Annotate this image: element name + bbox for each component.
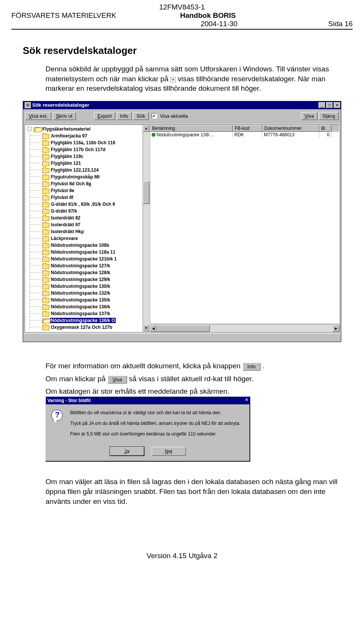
folder-icon [42, 188, 49, 193]
inline-info-button[interactable]: Info [243, 363, 261, 371]
hscroll-thumb[interactable] [157, 325, 210, 332]
tree-item[interactable]: Flytväst 8d Och 8g [26, 180, 143, 187]
folder-icon [42, 202, 49, 207]
folder-icon [42, 222, 49, 227]
status-bar [23, 333, 341, 342]
minimize-icon[interactable]: _ [318, 102, 325, 108]
tree-item[interactable]: Flyghjälm 117b Och 117d [26, 146, 143, 153]
info-paragraph: För mer information om aktuellt dokument… [46, 361, 341, 371]
tree-item[interactable]: Nödutrustningspacke 129/k [26, 276, 143, 283]
grid-horizontal-scrollbar[interactable]: ◀ ▶ [150, 325, 339, 332]
tree-item[interactable]: Nödutrustningspacke 130/k [26, 283, 143, 290]
skriv-ut-button[interactable]: Skriv ut [53, 112, 76, 120]
folder-icon [42, 229, 49, 234]
tree-item[interactable]: Nödutrustningspacke 138/k O [26, 317, 143, 324]
dialog-p2: Tryck på JA om du ändå vill hämta bildfi… [70, 420, 240, 426]
folder-icon [42, 215, 49, 220]
collapse-icon[interactable]: - [27, 127, 31, 131]
tree-item[interactable]: Nödutrustningspacke 137/k [26, 310, 143, 317]
tree-item[interactable]: Flyghjälm 116a, 116b Och 116 [26, 139, 143, 146]
scroll-thumb[interactable] [143, 181, 149, 204]
info-button[interactable]: Info [117, 112, 132, 120]
tree-vertical-scrollbar[interactable]: ▲ ▼ [143, 125, 149, 331]
folder-icon [42, 174, 49, 179]
no-button[interactable]: Nej [152, 447, 186, 456]
folder-icon [42, 249, 49, 254]
tree-item[interactable]: Nödutrustningspacke 128/k [26, 269, 143, 276]
sok-button[interactable]: Sök [133, 112, 148, 120]
tree-item[interactable]: Oxygenmask 127a Och 127b [26, 324, 143, 331]
tree-item-label: Nödutrustningspacke 127/k [50, 263, 111, 268]
tree-item-label: Nödutrustningspacke 128/k [50, 270, 111, 275]
close-icon[interactable]: × [334, 102, 340, 108]
column-header[interactable]: Bl [319, 125, 331, 132]
scroll-up-icon[interactable]: ▲ [143, 125, 149, 132]
tree-item-label: Nödutrustningspacke 130/k [50, 284, 111, 289]
tree-parent[interactable]: -Flygsäkerhetsmateriel [26, 126, 143, 133]
tree-item-label: Nödutrustningspacke 132/k [50, 290, 111, 296]
grid-row[interactable]: Nödutrustningspacke 138/…RDKM7776-466013… [150, 132, 339, 138]
tree-item-label: Flyghjälm 121 [50, 161, 82, 166]
maximize-icon[interactable]: □ [326, 102, 333, 108]
status-dot-icon [152, 133, 155, 137]
dialog-title-bar[interactable]: Varning - Stor bildfil × [46, 397, 249, 404]
tree-item[interactable]: Läckprovare [26, 235, 143, 242]
tree-item-label: Nödutrustningspacke 129/k [50, 277, 111, 282]
scroll-right-icon[interactable]: ▶ [333, 325, 339, 332]
hscroll-track[interactable] [157, 325, 333, 332]
tree-pane: -FlygsäkerhetsmaterielArmfixerjacka 97Fl… [25, 125, 150, 332]
tree-item[interactable]: Nödutrustningspacke 136/k [26, 303, 143, 310]
tree-item-label: Armfixerjacka 97 [50, 133, 88, 139]
grid-header: BenämningFB-kodDokumentnummerBl [150, 125, 339, 132]
folder-icon [42, 297, 49, 302]
tree-item[interactable]: Flytväst 8e [26, 187, 143, 194]
p2-after: . [263, 362, 265, 370]
title-bar[interactable]: ⊞ Sök reservdelskataloger _ □ × [23, 101, 341, 109]
tree-item-label: Flytväst 8f [50, 195, 74, 200]
tree-item[interactable]: Isolerdräkt 82 [26, 215, 143, 221]
final-paragraph: Om man väljer att läsa in filen så lagra… [46, 477, 341, 506]
plus-icon: + [170, 77, 176, 82]
tree-item[interactable]: Flygutrutningsskåp Mt [26, 174, 143, 180]
tree-item-label: Oxygenmask 127a Och 127b [50, 325, 113, 330]
tree-item[interactable]: Nödutrustningspacke 132/k [26, 290, 143, 297]
scroll-left-icon[interactable]: ◀ [150, 325, 157, 332]
tree-item[interactable]: Nödutrustningspacke 118a 11 [26, 249, 143, 256]
tree-item[interactable]: Flyghjälm 122,123,124 [26, 167, 143, 174]
column-header[interactable]: Benämning [150, 125, 233, 132]
tree-item[interactable]: Isolerdräkt 97 [26, 221, 143, 228]
page-footer: Version 4.15 Utgåva 2 [11, 552, 353, 560]
inline-visa-button[interactable]: Visa [108, 376, 127, 384]
column-header[interactable]: Dokumentnummer [262, 125, 319, 132]
catalog-paragraph: Om katalogen är stor erhålls ett meddela… [46, 387, 341, 396]
tree-list[interactable]: -FlygsäkerhetsmaterielArmfixerjacka 97Fl… [25, 125, 143, 331]
app-icon: ⊞ [25, 102, 31, 108]
tree-item[interactable]: Flytväst 8f [26, 194, 143, 201]
stang-button[interactable]: Stäng [319, 112, 339, 120]
visa-ext-button[interactable]: Visa ext. [25, 112, 51, 120]
yes-button[interactable]: Ja [110, 447, 144, 456]
tree-item[interactable]: Flyghjälm 119c [26, 153, 143, 160]
tree-item[interactable]: Isolerdräkt Hkp [26, 228, 143, 235]
visa-button[interactable]: Visa [301, 112, 317, 120]
cell-benamning: Nödutrustningspacke 138/… [150, 132, 233, 138]
tree-item[interactable]: Nödutrustningspacke 108b [26, 242, 143, 249]
tree-item-label: Flytväst 8e [50, 188, 75, 193]
tree-item[interactable]: Nödutrustningspacke 127/k [26, 262, 143, 269]
p3-after: så visas i stället aktuell rd-kat till h… [129, 375, 253, 383]
tree-item[interactable]: Nödutrustningspacke 121b/k 1 [26, 256, 143, 262]
export-button[interactable]: Export [94, 112, 115, 120]
dialog-close-icon[interactable]: × [245, 398, 248, 403]
tree-item[interactable]: Armfixerjacka 97 [26, 133, 143, 139]
tree-item[interactable]: Flyghjälm 121 [26, 160, 143, 167]
scroll-track[interactable] [143, 132, 149, 325]
tree-item[interactable]: G-dräkt 81/k , 83/k ,91/k Och 9 [26, 201, 143, 208]
visa-aktuella-checkbox[interactable]: ✔ [152, 113, 157, 118]
tree-item[interactable]: G-dräkt 97/k [26, 208, 143, 215]
tree-item-label: Nödutrustningspacke 135/k [50, 297, 111, 303]
folder-icon [42, 236, 49, 241]
tree-item[interactable]: Nödutrustningspacke 135/k [26, 297, 143, 303]
scroll-down-icon[interactable]: ▼ [143, 325, 149, 331]
column-header[interactable]: FB-kod [233, 125, 262, 132]
folder-icon [42, 311, 49, 316]
